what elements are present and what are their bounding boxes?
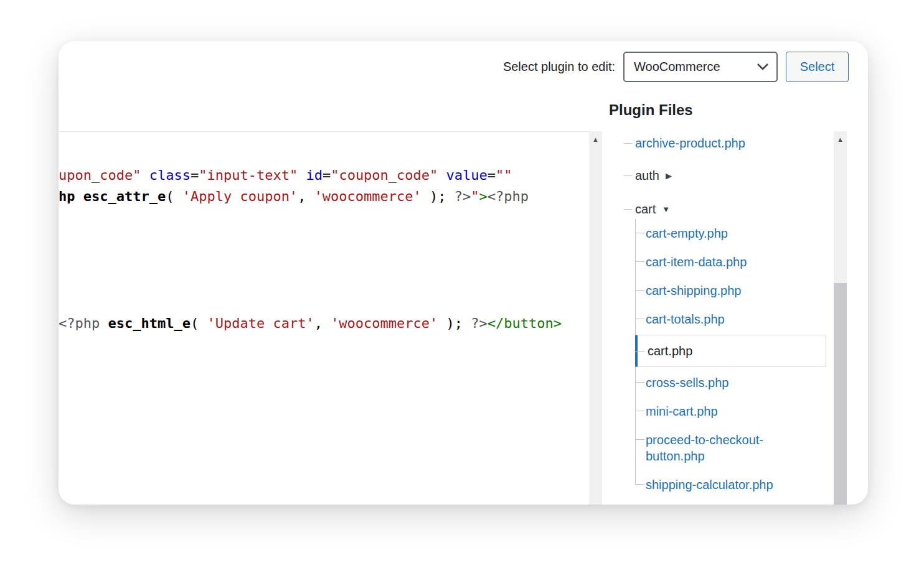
code-token: ?>: [471, 315, 488, 331]
code-token: );: [438, 315, 471, 331]
tree-item: cart-shipping.php: [636, 276, 838, 305]
tree-scroll-up-button[interactable]: ▲: [834, 131, 847, 147]
code-lines: upon_code" class="input-text" id="coupon…: [59, 165, 562, 334]
tree-item: mini-cart.php: [636, 397, 838, 426]
tree-root: archive-product.phpauth▶cart▼cart-empty.…: [624, 128, 838, 505]
tree-file-proceed-to-checkout-button-php[interactable]: proceed-to-checkout-button.php: [646, 432, 806, 464]
chevron-down-icon: [757, 63, 768, 70]
tree-item: auth▶: [624, 160, 838, 193]
code-token: ": [471, 189, 479, 204]
tree-file-cross-sells-php[interactable]: cross-sells.php: [646, 375, 728, 391]
editor-scroll-up-button[interactable]: ▲: [589, 131, 602, 147]
tree-file-mini-cart-php[interactable]: mini-cart.php: [646, 403, 718, 419]
code-token: ,: [314, 315, 331, 331]
code-token: =: [488, 167, 496, 183]
code-token: "coupon_code": [331, 167, 438, 183]
plugin-select-bar: Select plugin to edit: WooCommerce Selec…: [503, 52, 849, 82]
code-token: <?php: [488, 189, 529, 204]
plugin-dropdown[interactable]: WooCommerce: [623, 52, 778, 82]
tree-file-cart-totals-php[interactable]: cart-totals.php: [646, 311, 725, 327]
code-token: class: [149, 167, 191, 183]
tree-file-cart-php[interactable]: cart.php: [635, 335, 826, 367]
code-token: [438, 167, 446, 183]
code-token: =: [323, 167, 331, 183]
folder-expanded-icon[interactable]: ▼: [662, 205, 670, 214]
code-line: <?php esc_html_e( 'Update cart', 'woocom…: [59, 313, 562, 334]
tree-item: cart-empty.php: [636, 219, 838, 248]
tree-file-cart-item-data-php[interactable]: cart-item-data.php: [646, 254, 747, 270]
tree-folder-children: cart-empty.phpcart-item-data.phpcart-shi…: [635, 219, 838, 499]
code-line: hp esc_attr_e( 'Apply coupon', 'woocomme…: [59, 186, 562, 207]
plugin-dropdown-value: WooCommerce: [634, 60, 720, 74]
code-token: (: [166, 189, 182, 204]
scroll-up-icon: ▲: [592, 136, 599, 143]
code-token: upon_code": [59, 167, 141, 183]
code-token: value: [446, 167, 488, 183]
code-token: <?php: [59, 315, 108, 331]
code-line: [59, 228, 562, 249]
tree-item: shipping-calculator.php: [636, 470, 838, 499]
tree-file-cart-empty-php[interactable]: cart-empty.php: [646, 225, 728, 241]
code-token: "input-text": [199, 167, 298, 183]
plugin-editor-window: Select plugin to edit: WooCommerce Selec…: [59, 41, 868, 505]
tree-item: cart.php: [636, 333, 838, 368]
tree-item: cross-sells.php: [636, 368, 838, 397]
code-token: hp esc_attr_e: [59, 189, 166, 204]
code-line: [59, 207, 562, 228]
scroll-up-icon: ▲: [837, 136, 844, 143]
code-token: ?>: [455, 189, 471, 204]
tree-item: archive-product.php: [624, 128, 838, 160]
code-token: esc_html_e: [108, 315, 190, 331]
code-token: =: [191, 167, 199, 183]
tree-file-shipping-calculator-php[interactable]: shipping-calculator.php: [646, 477, 773, 493]
code-line: [59, 271, 562, 292]
plugin-files-heading: Plugin Files: [609, 101, 693, 119]
code-token: (: [191, 315, 207, 331]
code-token: id: [306, 167, 323, 183]
tree-file-cart-shipping-php[interactable]: cart-shipping.php: [646, 282, 741, 299]
code-line: [59, 249, 562, 271]
folder-collapsed-icon[interactable]: ▶: [666, 171, 672, 180]
code-token: 'woocommerce': [314, 189, 422, 204]
code-token: "": [496, 167, 512, 183]
tree-item: cart-totals.php: [636, 305, 838, 333]
code-token: 'Update cart': [207, 315, 314, 331]
code-token: ,: [298, 189, 314, 204]
code-token: );: [422, 189, 455, 204]
tree-scrollbar[interactable]: ▲: [834, 131, 847, 505]
code-line: upon_code" class="input-text" id="coupon…: [59, 165, 562, 186]
code-token: 'woocommerce': [331, 315, 438, 331]
select-plugin-label: Select plugin to edit:: [503, 60, 615, 74]
tree-item: proceed-to-checkout-button.php: [636, 426, 838, 470]
code-editor[interactable]: upon_code" class="input-text" id="coupon…: [59, 131, 589, 505]
editor-scrollbar[interactable]: ▲: [589, 131, 602, 505]
tree-item: cart-item-data.php: [636, 248, 838, 276]
code-token: >: [479, 189, 488, 204]
code-token: </button>: [488, 315, 562, 331]
code-line: [59, 292, 562, 313]
tree-item: cart▼cart-empty.phpcart-item-data.phpcar…: [624, 193, 838, 505]
code-token: 'Apply coupon': [182, 189, 298, 204]
tree-scrollbar-thumb[interactable]: [834, 283, 847, 505]
code-token: [298, 167, 306, 183]
plugin-files-tree: archive-product.phpauth▶cart▼cart-empty.…: [624, 128, 838, 505]
tree-folder-cart[interactable]: cart: [635, 202, 656, 216]
tree-file-archive-product-php[interactable]: archive-product.php: [635, 135, 745, 152]
select-button[interactable]: Select: [786, 52, 849, 82]
tree-folder-auth[interactable]: auth: [635, 169, 659, 182]
code-token: [141, 167, 149, 183]
